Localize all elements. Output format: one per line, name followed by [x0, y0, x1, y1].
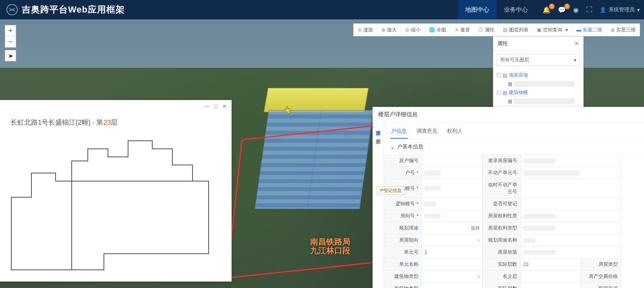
tool-vector2d[interactable]: ▬矢量二维 — [572, 24, 606, 36]
val-nominal[interactable] — [521, 271, 581, 283]
lbl-can-reg: 是否可登记 — [482, 198, 521, 210]
htab-info[interactable]: 户信息 — [390, 126, 408, 139]
lbl-plan-name: 规划用途名称 — [482, 234, 521, 246]
chevron-down-icon: ▾ — [637, 7, 640, 13]
lbl-location: 房屋坐落 — [482, 246, 521, 259]
val-re-unit[interactable] — [521, 167, 621, 179]
val-tmp-unit[interactable] — [521, 179, 621, 198]
query-icon: ▣ — [537, 27, 541, 33]
lbl-struct-type: 构筑物类型 — [384, 283, 422, 288]
lbl-acq-method: 取得方式 — [581, 283, 621, 288]
val-log-bldg[interactable] — [422, 198, 482, 210]
vec2d-icon: ▬ — [576, 27, 581, 33]
floor-plan[interactable] — [7, 133, 225, 278]
tree-node-parcel[interactable]: − ▤ 地表宗地 — [497, 71, 580, 80]
property-panel: 属性 ✕ 所有可见图层 ▾ − ▤ 地表宗地 ▦ − ▤ 建筑物幢 ▦ — [493, 36, 584, 110]
form-grid: 原户编号 隶录房屋编号 户号* 不动产单元号 自然幢号* 临时不动产单元号 逻辑… — [384, 154, 644, 288]
chevron-down-icon: ▾ — [574, 57, 576, 63]
val-plan-name[interactable] — [521, 234, 621, 246]
val-bldg-type[interactable]: ▾ — [422, 271, 482, 283]
tool-real3d[interactable]: ◍实景三维 — [606, 24, 640, 36]
lbl-log-bldg: 逻辑幢号* — [384, 198, 422, 210]
message-icon[interactable]: 💬0 — [558, 6, 566, 14]
chevron-down-icon[interactable]: ▾ — [478, 238, 480, 242]
layers-icon: ▤ — [503, 73, 507, 78]
horizontal-tabs: 户信息 调查意见 权利人 — [384, 123, 644, 139]
zoom-out-button[interactable]: − — [5, 36, 16, 48]
bell-icon[interactable]: 🔔0 — [543, 6, 551, 14]
collapse-icon[interactable]: − — [497, 73, 501, 77]
property-panel-title: 属性 — [497, 40, 508, 47]
chevron-down-icon[interactable]: ▾ — [478, 274, 480, 279]
val-room-no[interactable] — [422, 210, 482, 222]
vtab-register[interactable]: 户登记信息 — [373, 131, 383, 140]
tree-child-value — [514, 98, 574, 104]
layer-selector[interactable]: 所有可见图层 ▾ — [497, 54, 580, 66]
section-basic-info[interactable]: ⌄ 户基本信息 — [384, 139, 644, 154]
fullscreen-icon[interactable]: ⛶ — [586, 6, 592, 13]
htab-opinion[interactable]: 调查意见 — [416, 126, 438, 139]
close-icon[interactable]: ✕ — [222, 103, 227, 109]
vtab-survey[interactable]: 户调查信息 — [373, 123, 383, 131]
val-right-nature[interactable] — [521, 210, 621, 222]
collapse-icon[interactable]: − — [497, 90, 501, 95]
tool-zoomout[interactable]: ⊖缩小 — [401, 24, 425, 36]
htab-rights[interactable]: 权利人 — [446, 126, 464, 139]
lbl-bldg-type: 建筑物类型 — [384, 271, 422, 283]
tree-child-building[interactable]: ▦ — [508, 97, 580, 105]
val-can-reg[interactable] — [521, 198, 621, 210]
layer-selector-value: 所有可见图层 — [500, 56, 529, 63]
val-hh-id[interactable] — [422, 167, 482, 179]
building-3d[interactable] — [262, 88, 367, 209]
lbl-orient: 房屋朝向 — [384, 234, 422, 246]
bell-badge: 0 — [549, 4, 555, 9]
zoom-in-button[interactable]: + — [5, 25, 16, 36]
tool-spatial[interactable]: ▣空间查询▾ — [532, 24, 572, 36]
val-plan-use[interactable]: 选择 — [422, 222, 482, 234]
user-menu[interactable]: 👤 系统管理员 ▾ — [600, 6, 644, 13]
compass-button[interactable]: ➤ — [5, 50, 16, 61]
app-header: 吉奥跨平台Web应用框架 地图中心 业务中心 🔔0 💬0 ◉ ⛶ 👤 系统管理员… — [0, 0, 644, 19]
chevron-down-icon: ▾ — [565, 27, 568, 33]
dashboard-icon[interactable]: ◉ — [573, 6, 579, 14]
vtab-tooltip: 户登记信息 — [377, 186, 404, 195]
val-rec-id[interactable] — [521, 155, 621, 167]
val-location[interactable] — [521, 246, 621, 259]
val-unit-name[interactable] — [422, 259, 482, 271]
lbl-tmp-unit: 临时不动产单元号 — [482, 179, 521, 198]
chevron-down-icon[interactable]: ▾ — [478, 286, 480, 288]
tool-roam[interactable]: ◎漫游 — [354, 24, 377, 36]
tree-node-building[interactable]: − ▤ 建筑物幢 — [497, 88, 580, 97]
minimize-icon[interactable]: — — [204, 103, 209, 109]
nav-map-center[interactable]: 地图中心 — [458, 0, 497, 19]
user-icon: 👤 — [600, 7, 606, 13]
val-real-floor2[interactable] — [521, 283, 581, 288]
tool-attr[interactable]: ⓘ属性 — [474, 24, 499, 36]
chevron-down-icon: ⌄ — [390, 144, 395, 150]
tool-measure[interactable]: ✕量算 — [450, 24, 474, 36]
val-right-type[interactable] — [521, 222, 621, 234]
lbl-trade-price: 房产交易价格 — [581, 271, 621, 283]
maximize-icon[interactable]: □ — [214, 103, 217, 109]
globe-icon: 🌐 — [429, 27, 435, 33]
tool-zoomin[interactable]: ⊕放大 — [377, 24, 401, 36]
nav-biz-center[interactable]: 业务中心 — [497, 0, 535, 19]
tool-layers[interactable]: ▤图层列表 — [499, 24, 532, 36]
val-unit-no[interactable]: 1 — [422, 246, 482, 259]
user-name: 系统管理员 — [609, 6, 635, 13]
val-real-floor[interactable]: 23 — [521, 259, 581, 271]
val-orig-id[interactable] — [422, 155, 482, 167]
map-toolbar: ◎漫游 ⊕放大 ⊖缩小 🌐全图 ✕量算 ⓘ属性 ▤图层列表 ▣空间查询▾ ▬矢量… — [353, 23, 640, 36]
val-struct-type[interactable]: ▾ — [422, 283, 482, 288]
val-nat-bldg[interactable] — [422, 179, 482, 198]
property-panel-header: 属性 ✕ — [493, 37, 583, 51]
select-button[interactable]: 选择 — [469, 225, 480, 231]
lbl-re-unit: 不动产单元号 — [482, 167, 521, 179]
tree-child-parcel[interactable]: ▦ — [508, 80, 580, 88]
r3d-icon: ◍ — [611, 27, 615, 33]
val-orient[interactable]: ▾ — [422, 234, 482, 246]
tool-fullmap[interactable]: 🌐全图 — [425, 24, 450, 36]
close-icon[interactable]: ✕ — [574, 40, 579, 47]
building-3d-top — [264, 88, 369, 112]
lbl-nominal: 名义层 — [482, 271, 521, 283]
